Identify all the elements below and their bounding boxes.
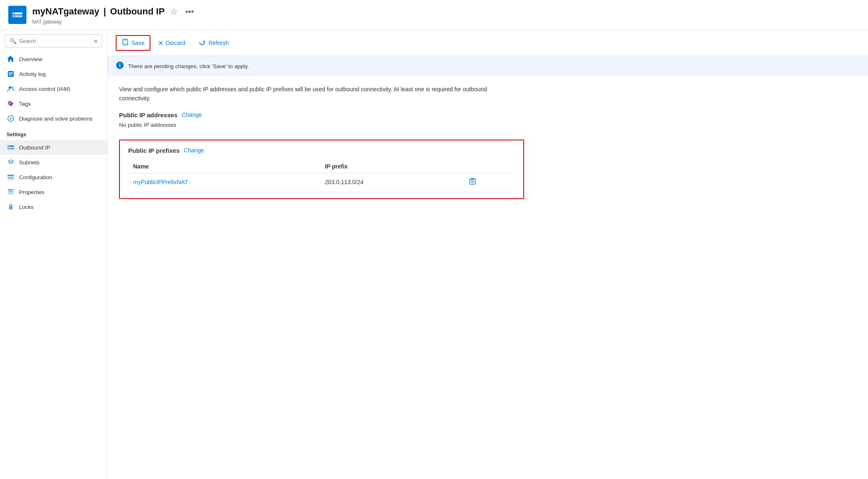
public-ip-heading-text: Public IP addresses (119, 111, 177, 119)
svg-rect-14 (8, 146, 10, 147)
overview-icon (7, 55, 15, 63)
outbound-ip-icon (7, 143, 15, 152)
no-public-ip-text: No public IP addresses (119, 122, 856, 128)
svg-rect-16 (7, 175, 14, 176)
svg-rect-19 (8, 190, 14, 190)
sidebar-item-diagnose-label: Diagnose and solve problems (19, 116, 93, 122)
collapse-button[interactable]: « (94, 37, 98, 45)
svg-point-10 (10, 102, 11, 104)
row-delete-action (464, 173, 515, 191)
svg-point-9 (12, 87, 14, 89)
table-row: myPublicIPPrefixNAT 203.0.113.0/24 (128, 173, 515, 191)
svg-rect-17 (7, 177, 14, 179)
sidebar-item-subnets-label: Subnets (19, 159, 40, 166)
locks-icon (7, 203, 15, 211)
save-label: Save (131, 40, 145, 46)
sidebar-item-tags-label: Tags (19, 101, 31, 107)
search-input[interactable] (19, 38, 91, 44)
main-layout: 🔍 « Overview Activity log Access control… (0, 30, 868, 479)
header-title-group: myNATgateway | Outbound IP ☆ ••• NAT gat… (32, 5, 196, 25)
public-ip-prefixes-change-link[interactable]: Change (184, 147, 204, 154)
sidebar: 🔍 « Overview Activity log Access control… (0, 30, 107, 479)
sidebar-item-properties[interactable]: Properties (0, 185, 107, 199)
public-ip-change-link[interactable]: Change (181, 111, 202, 118)
public-ip-prefixes-heading: Public IP prefixes Change (128, 147, 515, 154)
more-options-button[interactable]: ••• (184, 5, 196, 18)
sidebar-item-locks[interactable]: Locks (0, 199, 107, 214)
row-ip-prefix: 203.0.113.0/24 (320, 173, 464, 191)
public-ip-prefixes-heading-text: Public IP prefixes (128, 147, 180, 154)
resource-name: myNATgateway (32, 6, 99, 17)
sidebar-item-subnets[interactable]: Subnets (0, 155, 107, 170)
svg-rect-23 (10, 208, 11, 209)
sidebar-item-tags[interactable]: Tags (0, 96, 107, 111)
sidebar-item-properties-label: Properties (19, 189, 45, 195)
resource-icon (8, 6, 26, 24)
search-box[interactable]: 🔍 « (5, 34, 102, 47)
subnets-icon (7, 158, 15, 166)
page-description: View and configure which public IP addre… (119, 85, 491, 103)
public-ip-prefixes-section: Public IP prefixes Change Name IP prefix (119, 140, 524, 199)
svg-rect-20 (8, 192, 14, 192)
properties-icon (7, 188, 15, 196)
refresh-button[interactable]: Refresh (193, 35, 234, 51)
sidebar-item-iam[interactable]: Access control (IAM) (0, 81, 107, 96)
svg-rect-28 (119, 65, 120, 67)
svg-rect-7 (9, 75, 12, 76)
svg-rect-18 (7, 180, 14, 180)
refresh-icon (198, 38, 206, 47)
info-banner: There are pending changes, click 'Save' … (107, 56, 868, 76)
prefix-name-link[interactable]: myPublicIPPrefixNAT (133, 179, 188, 185)
svg-rect-25 (124, 39, 126, 41)
info-banner-message: There are pending changes, click 'Save' … (128, 63, 249, 69)
configuration-icon (7, 173, 15, 181)
sidebar-item-overview-label: Overview (19, 56, 42, 62)
ip-prefixes-table: Name IP prefix myPublicIPPrefixNAT 203.0… (128, 160, 515, 192)
discard-label: Discard (166, 40, 185, 46)
title-separator: | (103, 6, 106, 17)
discard-button[interactable]: ✕ Discard (152, 36, 191, 50)
col-ip-prefix: IP prefix (320, 160, 464, 173)
sidebar-item-activity-log-label: Activity log (19, 71, 46, 77)
sidebar-item-configuration[interactable]: Configuration (0, 170, 107, 185)
iam-icon (7, 85, 15, 93)
sidebar-item-outbound-ip-label: Outbound IP (19, 145, 50, 151)
sidebar-item-locks-label: Locks (19, 204, 33, 210)
sidebar-item-iam-label: Access control (IAM) (19, 86, 71, 92)
diagnose-icon (7, 114, 15, 123)
svg-point-29 (119, 63, 120, 64)
row-name: myPublicIPPrefixNAT (128, 173, 320, 191)
settings-section-label: Settings (0, 126, 107, 140)
sidebar-item-overview[interactable]: Overview (0, 52, 107, 66)
save-icon (122, 38, 129, 47)
svg-rect-26 (124, 43, 127, 44)
public-ip-section-heading: Public IP addresses Change (119, 111, 856, 119)
svg-rect-6 (9, 74, 13, 74)
content-area: Save ✕ Discard Refresh There are pending… (107, 30, 868, 479)
sidebar-item-activity-log[interactable]: Activity log (0, 66, 107, 81)
svg-point-8 (9, 86, 11, 89)
sidebar-item-outbound-ip[interactable]: Outbound IP (0, 140, 107, 155)
favorite-button[interactable]: ☆ (169, 5, 179, 18)
header-title: myNATgateway | Outbound IP ☆ ••• (32, 5, 196, 18)
save-button[interactable]: Save (116, 35, 150, 51)
search-icon: 🔍 (10, 38, 17, 44)
sidebar-item-configuration-label: Configuration (19, 174, 52, 180)
activity-log-icon (7, 70, 15, 78)
refresh-label: Refresh (208, 40, 229, 46)
discard-icon: ✕ (158, 39, 163, 47)
info-icon (116, 61, 124, 71)
content-body: View and configure which public IP addre… (107, 76, 868, 207)
page-header: myNATgateway | Outbound IP ☆ ••• NAT gat… (0, 0, 868, 30)
page-name: Outbound IP (110, 6, 165, 17)
sidebar-item-diagnose[interactable]: Diagnose and solve problems (0, 111, 107, 126)
svg-rect-15 (8, 149, 10, 149)
col-name: Name (128, 160, 320, 173)
col-actions (464, 160, 515, 173)
toolbar: Save ✕ Discard Refresh (107, 30, 868, 56)
delete-row-button[interactable] (469, 178, 476, 187)
svg-rect-5 (9, 72, 13, 73)
svg-rect-21 (8, 193, 14, 194)
resource-type: NAT gateway (32, 19, 196, 25)
svg-point-3 (14, 16, 15, 17)
